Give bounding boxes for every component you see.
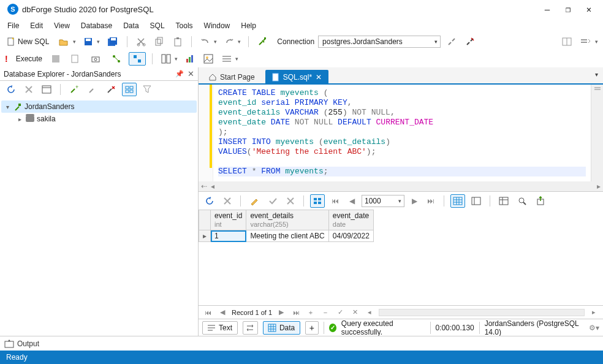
- minimize-button[interactable]: —: [537, 2, 558, 16]
- paste-button[interactable]: [170, 35, 185, 48]
- refresh-button[interactable]: [4, 83, 18, 96]
- chart-button[interactable]: [183, 52, 197, 66]
- explain-button[interactable]: [108, 52, 125, 66]
- apply-button[interactable]: [265, 194, 280, 208]
- col-header-event-details[interactable]: event_detailsvarchar(255): [246, 210, 328, 230]
- menu-data[interactable]: Data: [118, 20, 143, 32]
- menu-window[interactable]: Window: [199, 20, 235, 32]
- editor-vertical-scrollbar[interactable]: [591, 85, 603, 181]
- remove-connection-button[interactable]: [104, 83, 118, 96]
- layout-dropdown[interactable]: ▾: [159, 52, 179, 66]
- edit-connection-button[interactable]: [85, 83, 100, 96]
- next-page-button[interactable]: ▶: [408, 194, 420, 208]
- scroll-left-icon[interactable]: ◂: [211, 182, 214, 191]
- nav-cancel-button[interactable]: ✕: [349, 308, 360, 316]
- disconnect-button[interactable]: [444, 35, 459, 48]
- menu-view[interactable]: View: [49, 20, 75, 32]
- script-button[interactable]: [66, 52, 83, 66]
- tab-start-page[interactable]: Start Page: [202, 70, 262, 85]
- connection-button[interactable]: [255, 35, 271, 48]
- menu-edit[interactable]: Edit: [25, 20, 48, 32]
- first-page-button[interactable]: ⏮: [328, 194, 342, 208]
- connection-select[interactable]: postgres.JordanSanders ▾: [318, 36, 441, 48]
- prev-page-button[interactable]: ◀: [346, 194, 358, 208]
- query-profile-button[interactable]: [87, 52, 104, 66]
- cut-button[interactable]: [134, 35, 148, 48]
- tab-close-button[interactable]: ✕: [316, 73, 322, 82]
- data-view-button[interactable]: Data: [263, 321, 300, 335]
- discard-button[interactable]: [284, 194, 297, 208]
- horizontal-scroll-track[interactable]: [379, 309, 585, 316]
- save-all-button[interactable]: [105, 35, 121, 48]
- pin-icon[interactable]: 📌: [175, 70, 184, 78]
- expand-icon[interactable]: ▸: [16, 116, 23, 123]
- menu-database[interactable]: Database: [76, 20, 117, 32]
- nav-first-button[interactable]: ⏮: [202, 309, 213, 316]
- more-toolbar-dropdown[interactable]: ▾: [578, 35, 599, 48]
- nav-last-button[interactable]: ⏭: [290, 309, 302, 316]
- scroll-left-button[interactable]: ◂: [364, 308, 375, 316]
- window-layout-button[interactable]: [559, 35, 574, 48]
- open-dropdown[interactable]: ▾: [56, 35, 77, 48]
- split-handle-icon[interactable]: [593, 86, 602, 92]
- text-view-button[interactable]: Text: [202, 321, 238, 335]
- copy-button[interactable]: [152, 35, 167, 48]
- card-view-button[interactable]: [469, 194, 484, 208]
- pane-close-button[interactable]: ✕: [188, 69, 194, 78]
- nav-add-button[interactable]: +: [305, 309, 316, 316]
- nav-next-button[interactable]: ▶: [276, 308, 287, 316]
- col-header-event-id[interactable]: event_idint: [211, 210, 246, 230]
- nav-prev-button[interactable]: ◀: [217, 308, 228, 316]
- cell-event-details[interactable]: Meeting the client ABC: [246, 230, 328, 242]
- tab-sql[interactable]: SQL.sql* ✕: [265, 70, 328, 85]
- results-grid[interactable]: event_idint event_detailsvarchar(255) ev…: [199, 210, 603, 305]
- new-connection-button[interactable]: +: [67, 83, 82, 96]
- new-window-button[interactable]: [39, 83, 54, 96]
- menu-help[interactable]: Help: [236, 20, 261, 32]
- nav-apply-button[interactable]: ✓: [335, 308, 346, 316]
- new-sql-button[interactable]: New SQL: [4, 35, 52, 48]
- unplug-button[interactable]: [463, 35, 477, 48]
- split-left-icon[interactable]: ⇠: [201, 182, 207, 191]
- transaction-button[interactable]: [129, 52, 146, 66]
- tree-database-row[interactable]: ▸ sakila: [1, 113, 197, 125]
- swap-view-button[interactable]: [243, 321, 258, 335]
- output-panel-collapsed[interactable]: Output: [0, 336, 603, 351]
- row-selector[interactable]: ▸: [199, 230, 211, 242]
- status-options-button[interactable]: ⚙▾: [589, 324, 599, 332]
- maximize-button[interactable]: ❐: [558, 2, 578, 16]
- scroll-right-icon[interactable]: ▸: [597, 182, 601, 191]
- execute-button[interactable]: Execute: [13, 52, 45, 66]
- menu-tools[interactable]: Tools: [171, 20, 198, 32]
- format-dropdown[interactable]: ▾: [219, 52, 240, 66]
- undo-dropdown[interactable]: ▾: [198, 35, 218, 48]
- cell-event-date[interactable]: 04/09/2022: [328, 230, 373, 242]
- scroll-right-button[interactable]: ▸: [588, 308, 599, 316]
- grid-view-button[interactable]: [450, 194, 465, 208]
- col-header-event-date[interactable]: event_datedate: [328, 210, 373, 230]
- delete-button[interactable]: [22, 83, 36, 96]
- redo-dropdown[interactable]: ▾: [222, 35, 242, 48]
- pivot-button[interactable]: [496, 194, 511, 208]
- edit-button[interactable]: [247, 194, 262, 208]
- sql-editor[interactable]: CREATE TABLE myevents ( event_id serial …: [199, 85, 591, 181]
- tabs-more-button[interactable]: ▾: [595, 71, 598, 78]
- nav-delete-button[interactable]: −: [320, 309, 331, 316]
- stop-button[interactable]: [49, 52, 63, 66]
- show-all-button[interactable]: [122, 83, 137, 96]
- menu-file[interactable]: File: [2, 20, 24, 32]
- tree-connection-row[interactable]: ▾ JordanSanders: [1, 100, 197, 113]
- menu-sql[interactable]: SQL: [145, 20, 170, 32]
- image-button[interactable]: [201, 52, 216, 66]
- cancel-results-button[interactable]: [221, 194, 234, 208]
- export-button[interactable]: [533, 194, 548, 208]
- add-view-button[interactable]: +: [305, 321, 318, 335]
- refresh-results-button[interactable]: [202, 194, 217, 208]
- filter-button[interactable]: [140, 83, 154, 96]
- table-row[interactable]: ▸ 1 Meeting the client ABC 04/09/2022: [199, 230, 374, 242]
- cell-event-id[interactable]: 1: [211, 230, 246, 242]
- save-dropdown[interactable]: ▾: [81, 35, 101, 48]
- last-page-button[interactable]: ⏭: [424, 194, 438, 208]
- paging-button[interactable]: [310, 194, 325, 208]
- expand-icon[interactable]: ▾: [4, 104, 11, 110]
